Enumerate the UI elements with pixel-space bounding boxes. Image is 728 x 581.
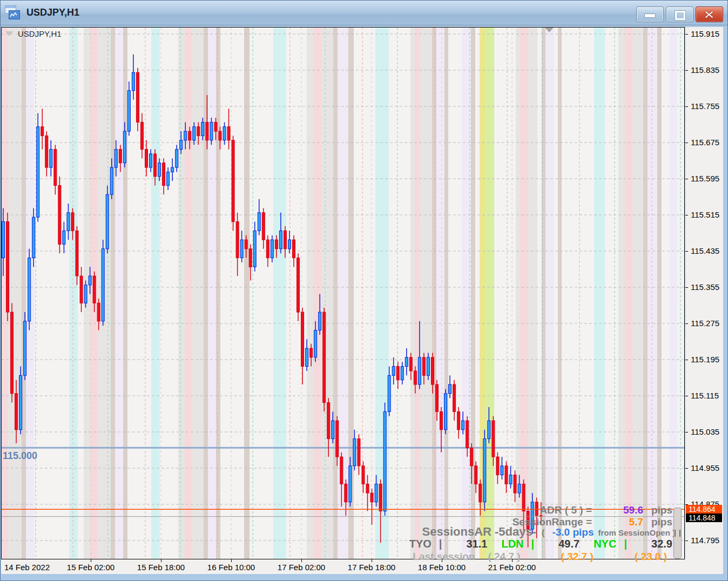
indicator-delta: -3.0 pips [552,526,594,538]
horizontal-line-price-label: 115.000 [3,450,37,462]
time-tick-mark [301,559,302,562]
candle-bull [184,131,187,140]
candle-bull [288,240,291,249]
candle-bull [223,127,226,140]
window-titlebar[interactable]: USDJPY,H1 [1,1,727,25]
session-band [432,28,436,559]
candle-bear [297,258,300,313]
candle-bull [19,375,22,430]
session-band [436,28,444,559]
candle-bull [37,127,39,218]
scrollbar-thumb[interactable] [673,508,682,559]
scrollbar-grip-icon [675,530,680,537]
session-band [558,28,562,559]
candle-bear [431,357,434,384]
price-tick-mark [685,287,688,288]
price-tick-label: 114.955 [691,463,719,472]
minimize-icon [644,13,656,18]
session-band [670,28,677,559]
price-tick-label: 115.515 [691,210,719,219]
price-tick-label: 115.835 [691,65,719,75]
session-band [520,28,528,559]
candle-bear [214,122,217,131]
candle-bear [379,484,382,511]
candle-bull [28,258,31,321]
candle-bear [58,186,61,245]
candle-bull [444,394,447,430]
candle-bull [427,357,429,376]
candle-bull [418,357,421,384]
candle-bull [319,312,321,330]
minimize-button[interactable] [636,6,664,22]
lastsession-ldn: ( 32.7 ) [561,551,594,563]
candle-bear [336,421,339,457]
candle-bear [370,493,373,502]
time-tick-label: 15 Feb 02:00 [67,563,114,572]
candle-bull [271,240,273,258]
candle-bull [167,172,170,185]
candle-bull [509,475,512,484]
price-tick-label: 115.675 [691,138,719,147]
candle-bear [275,240,278,249]
candle-bear [327,403,330,439]
candle-bull [110,167,113,194]
candle-bear [422,357,425,376]
candle-bull [449,384,451,394]
candle-bear [249,249,252,267]
candle-bear [145,150,147,168]
session-band [625,28,632,559]
candle-bull [240,240,243,258]
candle-bull [150,154,152,167]
candle-bear [80,276,83,303]
candle-bull [127,91,130,131]
session-band [307,28,313,559]
candle-bull [401,367,403,380]
nyc-label: NYC [594,538,616,550]
time-tick-label: 14 Feb 2022 [4,563,50,572]
price-tick-label: 115.755 [691,102,719,111]
candle-bear [323,312,326,403]
candle-bull [63,231,65,244]
candle-bear [514,475,516,494]
chart-plot-area[interactable]: USDJPY,H1 115.000 ADR ( 5 ) = 59.6 pips … [1,27,685,559]
candle-bear [505,466,508,484]
candle-bull [171,167,174,172]
candle-bear [440,411,443,430]
session-band [8,28,22,559]
chevron-down-icon[interactable] [5,31,13,36]
candle-bull [24,321,26,376]
price-axis[interactable]: 114.864 114.848 115.915115.835115.755115… [685,27,723,559]
session-band [594,28,605,559]
price-tick-label: 115.195 [691,355,719,364]
session-band [111,28,115,559]
candle-bull [102,249,104,321]
candle-bear [93,276,96,303]
candle-bull [392,367,395,376]
close-button[interactable] [696,6,723,22]
session-band [545,28,554,559]
candle-bull [158,163,161,177]
candle-bear [310,348,313,357]
candle-bull [483,439,486,502]
session-band [648,28,657,559]
candle-bear [71,213,74,231]
candle-bear [97,303,100,321]
session-band [528,28,537,559]
price-tick-mark [685,360,688,360]
candle-bear [409,357,412,371]
candlestick-chart[interactable] [1,27,685,559]
candle-bear [245,240,247,249]
candle-bear [366,484,369,493]
candle-bull [193,127,196,140]
candle-bear [496,457,499,475]
nyc-separator: | [624,538,627,550]
candle-bear [466,421,469,448]
candle-bull [67,213,70,231]
candle-bull [210,122,213,140]
candle-bull [84,285,87,303]
candle-bear [362,466,365,484]
session-band [216,28,220,559]
candle-bear [436,384,439,411]
session-band [321,28,333,559]
maximize-button[interactable] [666,6,693,22]
